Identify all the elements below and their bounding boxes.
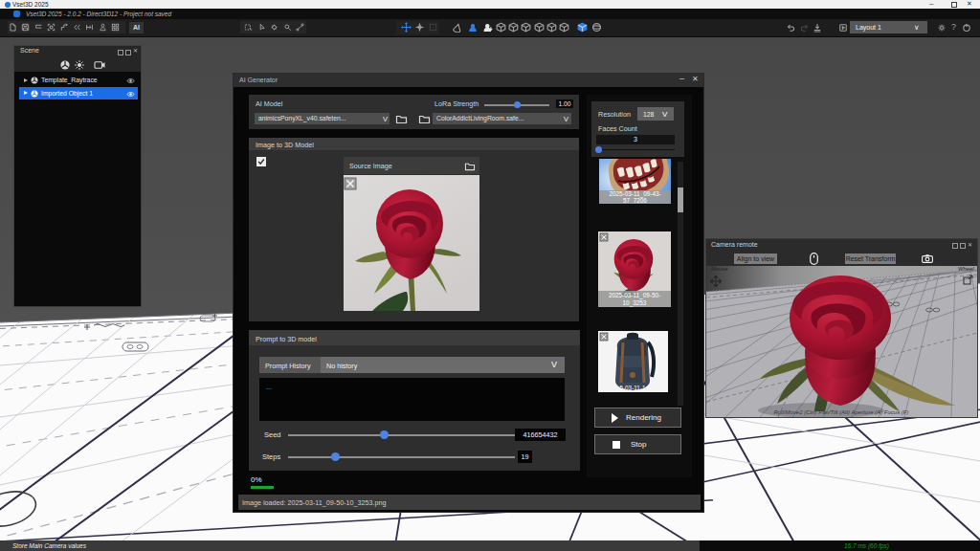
- svg-text:Roll/Move2 (Ctrl) Pan/Tilt (Al: Roll/Move2 (Ctrl) Pan/Tilt (Alt) Apertur…: [773, 409, 908, 415]
- svg-text:10_3253: 10_3253: [623, 299, 647, 307]
- svg-text:5-03-11-1: 5-03-11-1: [619, 385, 646, 391]
- svg-text:57_7206: 57_7206: [623, 197, 647, 205]
